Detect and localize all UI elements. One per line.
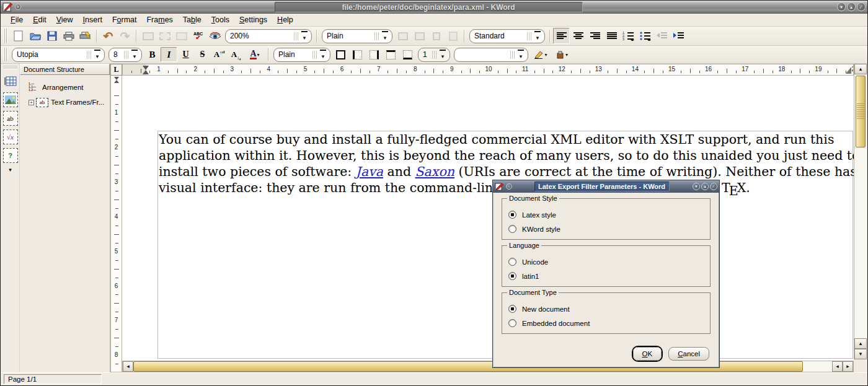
align-center-icon[interactable] <box>570 28 587 44</box>
minimize-button[interactable]: ▾ <box>837 2 846 11</box>
tab-selector[interactable]: L <box>110 64 122 76</box>
image-icon[interactable] <box>3 92 18 107</box>
eye-icon[interactable] <box>206 28 223 44</box>
java-link[interactable]: Java <box>356 164 383 179</box>
border-left-icon[interactable] <box>349 47 366 62</box>
latin1-radio[interactable]: latin1 <box>508 269 710 283</box>
chevron-down-icon[interactable] <box>319 50 327 60</box>
ok-button[interactable]: OK <box>633 347 662 361</box>
font-family-combobox[interactable]: Utopia <box>12 48 105 62</box>
horizontal-scrollbar-track[interactable] <box>803 361 832 372</box>
menu-item-table[interactable]: Table <box>178 14 206 25</box>
open-folder-icon[interactable] <box>27 28 43 44</box>
paragraph-style-combobox[interactable]: Plain <box>322 29 392 43</box>
vertical-scrollbar-thumb[interactable] <box>856 76 866 147</box>
document-structure-header[interactable]: Document Structure <box>20 64 110 75</box>
menu-item-frames[interactable]: Frames <box>141 14 177 25</box>
strikethrough-icon[interactable]: S <box>194 47 211 62</box>
frame-lines-icon[interactable] <box>428 28 445 44</box>
maximize-button[interactable]: ▴ <box>847 2 856 11</box>
vertical-ruler[interactable]: 12345678 <box>110 76 122 372</box>
zoom-combobox[interactable]: 200% <box>225 29 312 43</box>
underline-icon[interactable]: U <box>177 47 194 62</box>
maximize-button[interactable]: ▴ <box>701 183 709 190</box>
background-color-icon[interactable]: ▾ <box>551 47 572 62</box>
minimize-button[interactable]: ▾ <box>693 183 700 190</box>
vertical-scrollbar-track[interactable] <box>854 149 867 338</box>
question-mark-frame-icon[interactable]: ? <box>3 148 18 163</box>
frame-icon-1[interactable] <box>140 28 156 44</box>
frame-star-icon-2[interactable] <box>411 28 428 44</box>
scroll-left-icon[interactable]: ◂ <box>832 361 843 372</box>
scroll-left-icon[interactable]: ◂ <box>123 361 133 372</box>
scroll-down-icon[interactable]: ▾ <box>854 349 867 359</box>
kword-style-radio[interactable]: KWord style <box>508 222 710 236</box>
frame-star-icon-1[interactable] <box>394 28 411 44</box>
scroll-up-icon[interactable]: ▴ <box>854 64 867 74</box>
text-frame-icon[interactable]: ab <box>3 111 18 126</box>
numbered-list-icon[interactable]: 1.2.3. <box>620 28 637 44</box>
chevron-down-icon[interactable] <box>533 31 542 42</box>
new-document-icon[interactable] <box>10 28 27 44</box>
cancel-button[interactable]: Cancel <box>668 347 709 361</box>
vertical-scrollbar[interactable]: ▴ ▴ ▾ <box>854 64 867 359</box>
window-menu-button[interactable]: - <box>506 183 512 190</box>
chevron-down-icon[interactable] <box>381 31 389 42</box>
print-flash-icon[interactable] <box>77 28 94 44</box>
border-style-combobox[interactable] <box>454 48 528 62</box>
chevron-down-icon[interactable] <box>93 50 102 60</box>
save-icon[interactable] <box>43 28 60 44</box>
frame-style-combobox[interactable]: Plain <box>273 48 330 62</box>
border-top-icon[interactable] <box>383 47 399 62</box>
window-menu-button[interactable]: • <box>15 4 21 10</box>
table-icon[interactable] <box>3 74 18 89</box>
toolbar-overflow-icon[interactable]: ▾ <box>3 167 18 173</box>
menu-item-edit[interactable]: Edit <box>28 14 51 25</box>
toolbar-handle[interactable] <box>4 29 8 43</box>
tree-item-arrangement[interactable]: 1.—1.1—1.2— Arrangement <box>29 80 110 95</box>
toolbar-handle[interactable] <box>3 65 17 69</box>
redo-icon[interactable]: ↷ <box>117 28 133 44</box>
increase-indent-icon[interactable] <box>670 28 687 44</box>
scroll-right-icon[interactable]: ▸ <box>843 361 853 372</box>
close-button[interactable]: ∕ <box>710 183 717 190</box>
saxon-link[interactable]: Saxon <box>415 164 454 179</box>
font-color-icon[interactable]: A▾ <box>244 47 265 62</box>
spellcheck-icon[interactable]: ABC✔ <box>190 28 206 44</box>
embedded-document-radio[interactable]: Embedded document <box>508 316 710 330</box>
frame-icon-3[interactable] <box>173 28 190 44</box>
scroll-up-icon[interactable]: ▴ <box>854 338 867 349</box>
menu-item-view[interactable]: View <box>51 14 78 25</box>
formula-icon[interactable]: √x <box>3 129 18 144</box>
align-justify-icon[interactable] <box>603 28 620 44</box>
tree-expander-icon[interactable]: + <box>29 100 34 105</box>
frame-icon-2[interactable] <box>156 28 173 44</box>
border-outline-icon[interactable] <box>332 47 349 62</box>
border-width-combobox[interactable]: 1 <box>418 48 450 62</box>
close-button[interactable]: ∕ <box>857 2 866 11</box>
menu-item-insert[interactable]: Insert <box>78 14 107 25</box>
new-document-radio[interactable]: New document <box>508 302 710 316</box>
subscript-icon[interactable]: A↓ₐ <box>228 47 244 62</box>
border-bottom-icon[interactable] <box>399 47 416 62</box>
chevron-down-icon[interactable] <box>130 50 139 60</box>
menu-item-help[interactable]: Help <box>272 14 298 25</box>
menu-item-format[interactable]: Format <box>107 14 142 25</box>
border-color-icon[interactable]: ▾ <box>530 47 551 62</box>
menu-item-file[interactable]: File <box>6 14 28 25</box>
chevron-down-icon[interactable] <box>438 50 447 60</box>
print-icon[interactable] <box>60 28 77 44</box>
align-left-icon[interactable] <box>553 28 570 44</box>
border-right-icon[interactable] <box>366 47 383 62</box>
bullet-list-icon[interactable] <box>637 28 653 44</box>
tree-item-text-frames[interactable]: + ab Text Frames/Fr... <box>29 95 110 110</box>
horizontal-scrollbar[interactable]: ◂ ◂ ▸ <box>122 361 854 372</box>
unicode-radio[interactable]: Unicode <box>508 255 710 269</box>
menu-item-settings[interactable]: Settings <box>234 14 272 25</box>
undo-icon[interactable]: ↶ <box>100 28 117 44</box>
bold-icon[interactable]: B <box>144 47 161 62</box>
toolbar-handle[interactable] <box>4 48 8 61</box>
document-page[interactable]: You can of course buy and install a full… <box>122 76 854 361</box>
right-indent-marker[interactable] <box>846 67 851 74</box>
decrease-indent-icon[interactable] <box>653 28 670 44</box>
